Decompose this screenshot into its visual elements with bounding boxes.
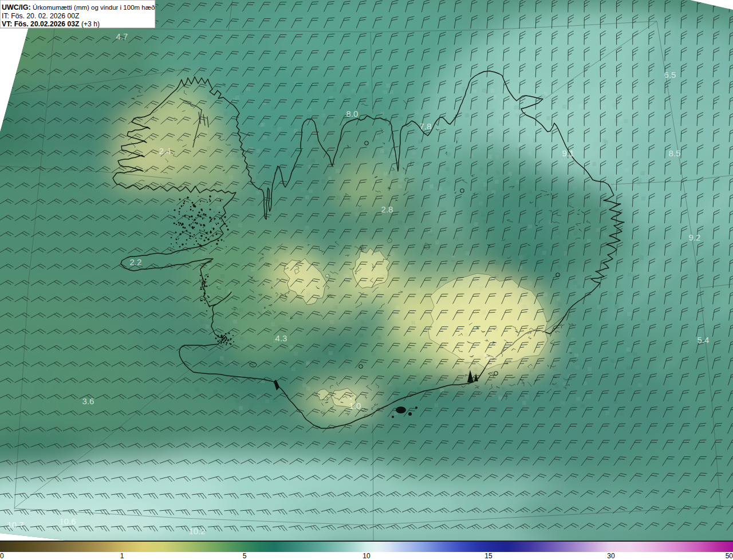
svg-text:2.2: 2.2 <box>130 257 142 267</box>
svg-text:30: 30 <box>607 552 615 560</box>
svg-text:3.6: 3.6 <box>82 396 94 406</box>
svg-text:8.0: 8.0 <box>346 109 358 119</box>
svg-text:0: 0 <box>0 552 4 560</box>
svg-text:VT: Fös. 20.02.2026 03Z (+3 h): VT: Fös. 20.02.2026 03Z (+3 h) <box>2 20 100 28</box>
svg-text:8.5: 8.5 <box>669 148 681 158</box>
svg-text:15: 15 <box>484 552 492 560</box>
svg-text:2.4: 2.4 <box>159 146 171 156</box>
svg-text:5: 5 <box>243 552 247 560</box>
svg-text:9.2: 9.2 <box>689 232 701 242</box>
svg-text:1.0: 1.0 <box>349 401 361 411</box>
svg-text:IT: Fös. 20. 02. 2026 00Z: IT: Fös. 20. 02. 2026 00Z <box>2 12 80 20</box>
svg-text:4.7: 4.7 <box>116 31 128 41</box>
svg-text:10: 10 <box>362 552 371 560</box>
svg-text:50: 50 <box>726 552 733 560</box>
svg-text:6.5: 6.5 <box>664 70 676 80</box>
svg-text:1: 1 <box>120 552 124 560</box>
svg-text:9.1: 9.1 <box>562 148 574 158</box>
svg-text:4.3: 4.3 <box>275 333 287 343</box>
svg-text:UWC/IG: Úrkomumætti (mm) og vi: UWC/IG: Úrkomumætti (mm) og vindur i 100… <box>2 3 155 11</box>
svg-text:5.4: 5.4 <box>697 335 710 345</box>
svg-text:7.8: 7.8 <box>420 121 432 131</box>
svg-text:10.7: 10.7 <box>7 520 23 530</box>
svg-text:2.8: 2.8 <box>381 204 393 214</box>
svg-text:10.6: 10.6 <box>59 516 76 526</box>
svg-text:10.2: 10.2 <box>188 526 205 536</box>
